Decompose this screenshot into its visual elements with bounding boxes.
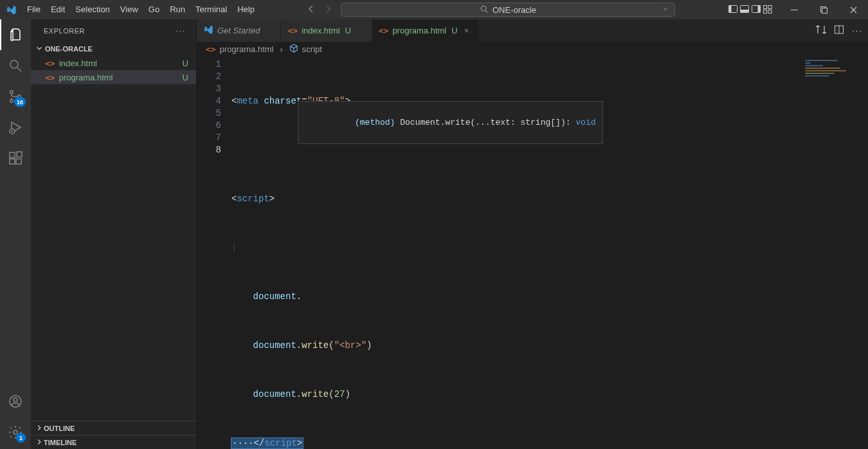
svg-point-17 [10, 91, 14, 94]
code-line[interactable]: document. [231, 291, 797, 303]
svg-rect-22 [10, 159, 15, 164]
tab-programa[interactable]: <> programa.html U × [372, 19, 479, 42]
compare-changes-icon[interactable] [816, 24, 826, 37]
activity-source-control[interactable]: 16 [0, 81, 31, 112]
code-line[interactable]: document.write(27) [231, 389, 797, 401]
breadcrumb-symbol[interactable]: script [302, 44, 322, 54]
editor-actions: ··· [811, 19, 868, 42]
file-tree: <> index.html U <> programa.html U [31, 56, 196, 87]
tooltip-signature: Document.write(...text: string[]): [395, 118, 575, 127]
toggle-primary-sidebar-icon[interactable] [728, 4, 738, 16]
svg-rect-21 [10, 152, 15, 158]
code-line[interactable]: ····</script> [231, 437, 797, 449]
svg-point-27 [14, 430, 17, 434]
tree-item-programa[interactable]: <> programa.html U [31, 70, 196, 84]
command-center-text: ONE-oracle [493, 5, 536, 15]
menu-bar: File Edit Selection View Go Run Terminal… [22, 0, 260, 19]
breadcrumbs[interactable]: <> programa.html script [197, 42, 868, 56]
file-name: programa.html [59, 73, 113, 82]
window-minimize-button[interactable] [779, 0, 809, 19]
menu-help[interactable]: Help [232, 0, 260, 19]
nav-back-icon[interactable] [306, 4, 316, 16]
nav-forward-icon[interactable] [323, 4, 333, 16]
svg-point-0 [481, 6, 486, 11]
menu-terminal[interactable]: Terminal [190, 0, 232, 19]
settings-badge: 1 [16, 433, 26, 443]
activity-run-debug[interactable] [0, 112, 31, 143]
svg-rect-7 [758, 5, 761, 12]
window-maximize-button[interactable] [809, 0, 838, 19]
svg-line-1 [486, 10, 488, 12]
chevron-down-icon [662, 5, 669, 15]
outline-section[interactable]: OUTLINE [31, 421, 196, 435]
svg-point-15 [10, 60, 18, 68]
line-number: 1 [197, 59, 221, 71]
toggle-panel-icon[interactable] [739, 4, 750, 16]
tooltip-return-type: void [575, 118, 595, 127]
menu-run[interactable]: Run [165, 0, 190, 19]
git-status: U [183, 73, 188, 82]
menu-file[interactable]: File [22, 0, 46, 19]
code-line[interactable]: document.write("<br>") [231, 340, 797, 352]
menu-edit[interactable]: Edit [46, 0, 70, 19]
nav-arrows [306, 4, 341, 16]
vscode-logo-icon [0, 5, 22, 15]
svg-rect-23 [16, 159, 21, 164]
html-file-icon: <> [379, 26, 389, 35]
tab-index[interactable]: <> index.html U [281, 19, 372, 42]
tab-get-started[interactable]: Get Started [197, 19, 281, 42]
line-number: 8 [197, 144, 221, 156]
timeline-label: TIMELINE [44, 439, 77, 446]
explorer-more-icon[interactable]: ··· [176, 27, 186, 35]
explorer-title-label: EXPLORER [44, 27, 85, 35]
code-line[interactable]: │ [231, 242, 797, 254]
customize-layout-icon[interactable] [763, 4, 773, 16]
tree-item-index[interactable]: <> index.html U [31, 56, 196, 70]
chevron-right-icon [277, 44, 285, 54]
command-center[interactable]: ONE-oracle [341, 3, 675, 17]
search-icon [480, 5, 489, 15]
vscode-icon [203, 24, 213, 37]
menu-view[interactable]: View [115, 0, 143, 19]
editor-group: Get Started <> index.html U <> programa.… [197, 19, 868, 449]
activity-explorer[interactable] [0, 19, 31, 50]
file-name: index.html [59, 59, 97, 68]
chevron-down-icon [35, 44, 44, 54]
breadcrumb-file[interactable]: programa.html [220, 44, 274, 54]
symbol-icon [289, 44, 298, 55]
code-content[interactable]: <meta charset="UFT-8"> <script> │ docume… [231, 56, 797, 449]
code-editor[interactable]: 1 2 3 4 5 6 7 8 <meta charset="UFT-8"> <… [197, 56, 868, 449]
menu-selection[interactable]: Selection [70, 0, 114, 19]
svg-rect-10 [764, 10, 767, 13]
menu-go[interactable]: Go [143, 0, 165, 19]
svg-rect-9 [768, 5, 772, 8]
activity-search[interactable] [0, 50, 31, 81]
html-file-icon: <> [287, 26, 298, 35]
timeline-section[interactable]: TIMELINE [31, 435, 196, 449]
line-number: 6 [197, 120, 221, 132]
minimap[interactable] [797, 56, 868, 449]
line-number: 5 [197, 107, 221, 120]
git-status: U [345, 26, 350, 35]
code-line[interactable] [231, 144, 797, 156]
code-line[interactable]: <script> [231, 193, 797, 205]
more-actions-icon[interactable]: ··· [852, 26, 863, 35]
activity-extensions[interactable] [0, 143, 31, 174]
folder-header[interactable]: ONE-ORACLE [31, 42, 196, 56]
activity-accounts[interactable] [0, 386, 31, 417]
svg-rect-11 [768, 10, 772, 13]
svg-point-18 [10, 100, 14, 103]
toggle-secondary-sidebar-icon[interactable] [751, 4, 761, 16]
html-file-icon: <> [45, 59, 55, 68]
minimap-content [805, 60, 864, 91]
explorer-title: EXPLORER ··· [31, 19, 196, 42]
title-bar: File Edit Selection View Go Run Terminal… [0, 0, 868, 19]
window-close-button[interactable] [838, 0, 868, 19]
explorer-sidebar: EXPLORER ··· ONE-ORACLE <> index.html U … [31, 19, 197, 449]
split-editor-icon[interactable] [834, 24, 844, 37]
tab-close-icon[interactable]: × [462, 26, 472, 35]
activity-settings[interactable]: 1 [0, 417, 31, 448]
tooltip-method-kw: (method) [355, 118, 395, 127]
outline-label: OUTLINE [44, 425, 75, 432]
title-actions [721, 0, 868, 19]
